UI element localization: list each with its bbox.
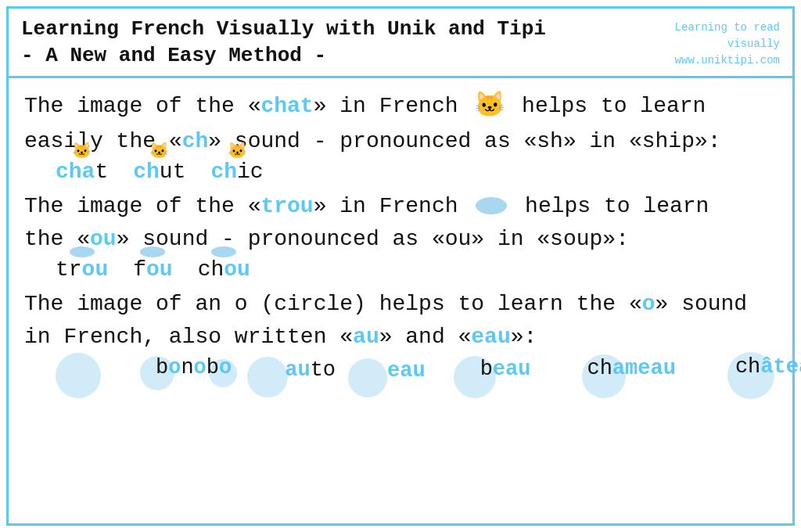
section3-line1: The image of an o (circle) helps to lear… <box>24 288 777 321</box>
section-circle: The image of an o (circle) helps to lear… <box>24 288 777 427</box>
word-bonobo-text: bonobo <box>156 356 232 379</box>
cat-icon-1: 🐱 <box>474 88 505 125</box>
word-chut: 🐱 chut <box>133 160 185 184</box>
fou-ou: ou <box>146 257 173 282</box>
section1-line2: easily the «ch» sound - pronounced as «s… <box>24 125 777 158</box>
section2-line2: the «ou» sound - pronounced as «ou» in «… <box>24 223 777 256</box>
word-chat-ch: cha <box>56 160 95 184</box>
word-chateau-text: château <box>735 355 801 379</box>
subtitle-line1: Learning to read <box>675 20 780 36</box>
section2-line1: The image of the «trou» in French helps … <box>24 190 777 223</box>
circle-auto <box>247 357 288 397</box>
section3-word-row: bonobo auto eau beau chameau <box>48 355 777 424</box>
circle-bonobo-1 <box>56 353 101 398</box>
chut-overlay: 🐱 chut <box>133 160 185 184</box>
trou-above-3 <box>211 246 236 257</box>
cat-above-3: 🐱 <box>228 144 247 160</box>
highlight-trou: trou <box>260 194 313 218</box>
word-beau: beau <box>438 358 531 422</box>
word-fou: fou <box>133 257 172 282</box>
chou-overlay: chou <box>198 257 250 282</box>
word-chic: 🐱 chic <box>210 160 263 184</box>
section1-line1: The image of the «chat» in French 🐱 help… <box>24 88 777 125</box>
subtitle-url: www.uniktipi.com <box>675 52 780 69</box>
header: Learning French Visually with Unik and T… <box>9 9 792 78</box>
chic-overlay: 🐱 chic <box>210 160 263 184</box>
section-chat: The image of the «chat» in French 🐱 help… <box>24 88 777 187</box>
highlight-ou: ou <box>90 227 117 251</box>
chou-ou: ou <box>224 257 250 282</box>
word-auto: auto <box>244 358 336 421</box>
word-chic-ch: ch <box>210 160 237 184</box>
trou-icon <box>476 197 507 214</box>
word-chut-ch: ch <box>133 160 160 184</box>
cat-above-2: 🐱 <box>149 144 169 160</box>
section3-line2: in French, also written «au» and «eau»: <box>24 321 777 354</box>
highlight-eau: eau <box>471 325 510 349</box>
word-bonobo: bonobo <box>48 356 232 423</box>
word-chou: chou <box>198 257 250 282</box>
section2-word-row: trou fou chou <box>56 257 777 282</box>
trou-above-2 <box>140 246 165 257</box>
word-auto-text: auto <box>285 358 336 382</box>
chat-overlay: 🐱 chat <box>56 160 108 184</box>
word-eau: eau <box>348 359 426 420</box>
cat-above-1: 🐱 <box>72 144 92 160</box>
section-trou: The image of the «trou» in French helps … <box>24 190 777 285</box>
highlight-o: o <box>642 292 656 316</box>
title-line1: Learning French Visually with Unik and T… <box>21 16 546 43</box>
highlight-ch: ch <box>182 129 209 153</box>
word-chateau: château <box>688 355 801 424</box>
word-chameau: chameau <box>543 357 675 422</box>
trou-above-1 <box>70 246 95 257</box>
header-title: Learning French Visually with Unik and T… <box>21 16 546 70</box>
main-content: The image of the «chat» in French 🐱 help… <box>9 78 792 523</box>
word-chameau-text: chameau <box>587 357 675 380</box>
header-subtitle: Learning to read visually www.uniktipi.c… <box>675 20 780 69</box>
title-line2: - A New and Easy Method - <box>21 43 546 70</box>
fou-overlay: fou <box>133 257 172 282</box>
main-container: Learning French Visually with Unik and T… <box>6 6 795 526</box>
word-trou: trou <box>56 257 108 282</box>
trou-ou: ou <box>82 257 109 282</box>
section1-word-row: 🐱 chat 🐱 chut 🐱 chic <box>56 160 777 184</box>
subtitle-line2: visually <box>675 36 780 52</box>
highlight-au: au <box>353 325 379 349</box>
circle-eau <box>348 358 387 397</box>
trou-word-overlay: trou <box>56 257 108 282</box>
highlight-chat: chat <box>260 94 313 118</box>
word-eau-text: eau <box>387 359 426 383</box>
word-beau-text: beau <box>480 358 531 381</box>
word-chat: 🐱 chat <box>56 160 108 184</box>
